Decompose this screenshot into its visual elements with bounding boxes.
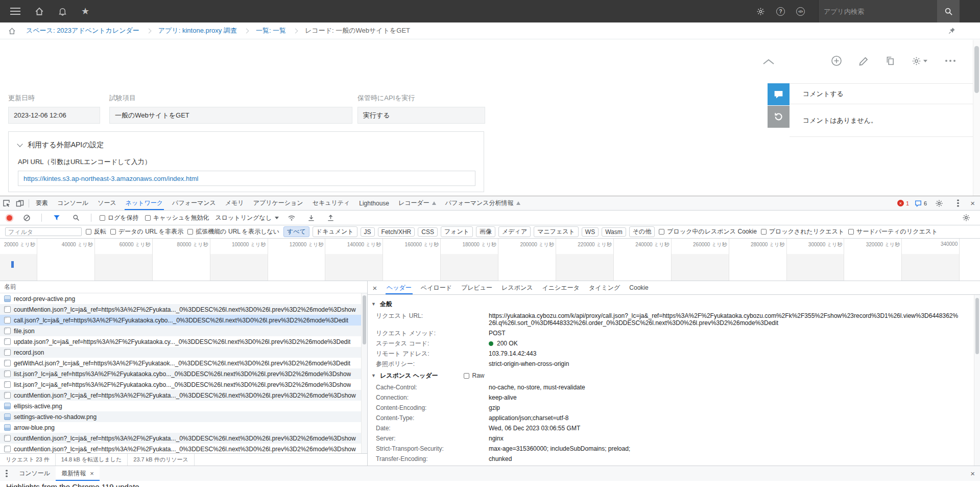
general-section-header[interactable]: ▼ 全般: [368, 297, 980, 311]
drawer-tab[interactable]: 最新情報 ×: [56, 466, 100, 481]
network-request-row[interactable]: record-prev-active.png: [0, 293, 367, 304]
devtools-panel-tab[interactable]: レコーダー: [394, 196, 441, 210]
devtools-panel-tab[interactable]: ソース: [93, 196, 121, 210]
duplicate-record-button[interactable]: [886, 56, 895, 65]
export-har-icon[interactable]: [324, 212, 337, 224]
raw-headers-checkbox[interactable]: Raw: [464, 372, 485, 379]
record-settings-button[interactable]: [912, 56, 927, 66]
network-overview-timeline[interactable]: 20000 ミリ秒 40000 ミリ秒 60000 ミリ秒 80000 ミリ秒 …: [0, 239, 980, 281]
breadcrumb-item[interactable]: 一覧: 一覧: [256, 26, 305, 35]
record-more-button[interactable]: [944, 60, 957, 62]
resource-filter-chip[interactable]: メディア: [498, 226, 531, 237]
network-request-row[interactable]: file.json: [0, 326, 367, 336]
import-har-icon[interactable]: [304, 212, 318, 224]
resource-filter-chip[interactable]: CSS: [418, 227, 438, 237]
resource-filter-chip[interactable]: Fetch/XHR: [378, 227, 415, 237]
response-headers-section-header[interactable]: ▼ レスポンス ヘッダー Raw: [368, 369, 980, 382]
record-network-log-button[interactable]: [7, 215, 12, 221]
preserve-log-checkbox[interactable]: ログを保持: [100, 214, 139, 222]
clear-network-log-icon[interactable]: [20, 212, 33, 224]
devtools-panel-tab[interactable]: セキュリティ: [308, 196, 355, 210]
inspect-element-icon[interactable]: [0, 197, 13, 210]
resource-filter-chip[interactable]: ドキュメント: [313, 226, 357, 237]
scrollbar-thumb[interactable]: [363, 295, 366, 344]
resource-filter-chip[interactable]: すべて: [283, 226, 309, 237]
devtools-panel-tab[interactable]: ネットワーク: [121, 196, 168, 210]
breadcrumb-home-icon[interactable]: [8, 27, 16, 35]
details-tab[interactable]: イニシエータ: [538, 281, 584, 294]
details-tab[interactable]: ヘッダー: [382, 281, 416, 294]
devtools-panel-tab[interactable]: アプリケーション: [249, 196, 308, 210]
details-tab[interactable]: Cookie: [625, 281, 653, 294]
app-search-input[interactable]: [818, 0, 937, 22]
devtools-close-icon[interactable]: ×: [970, 199, 975, 207]
page-scrollbar[interactable]: [973, 40, 980, 196]
developer-code-icon[interactable]: </>: [796, 7, 805, 16]
details-tab[interactable]: レスポンス: [497, 281, 537, 294]
add-record-button[interactable]: [831, 55, 842, 66]
resource-filter-chip[interactable]: フォント: [441, 226, 473, 237]
details-tab[interactable]: ペイロード: [416, 281, 457, 294]
network-request-row[interactable]: settings-active-no-shadow.png: [0, 411, 367, 422]
blocked-response-cookies-checkbox[interactable]: ブロック中のレスポンス Cookie: [659, 227, 757, 236]
devtools-settings-gear-icon[interactable]: [933, 197, 946, 210]
home-icon[interactable]: [35, 7, 44, 16]
network-request-row[interactable]: update.json?_lc=ja&_ref=https%3A%2F%2Fyu…: [0, 336, 367, 347]
resource-filter-chip[interactable]: WS: [582, 227, 599, 237]
network-request-row[interactable]: arrow-blue.png: [0, 422, 367, 433]
hide-extension-urls-checkbox[interactable]: 拡張機能の URL を表示しない: [187, 227, 279, 236]
invert-filter-checkbox[interactable]: 反転: [86, 227, 106, 236]
search-button[interactable]: [937, 0, 960, 22]
group-toggle[interactable]: 利用する外部APIの設定: [9, 132, 484, 150]
breadcrumb-item[interactable]: アプリ: kintone.proxy 調査: [158, 26, 256, 35]
console-error-badge[interactable]: × 1: [897, 200, 909, 206]
api-url-value[interactable]: https://kintes.s3.ap-northeast-3.amazona…: [18, 171, 475, 186]
network-request-row[interactable]: countMention.json?_lc=ja&_ref=https%3A%2…: [0, 304, 367, 315]
network-filter-input[interactable]: [5, 227, 82, 236]
network-request-row[interactable]: countMention.json?_lc=ja&_ref=https%3A%2…: [0, 433, 367, 444]
disable-cache-checkbox[interactable]: キャッシュを無効化: [145, 214, 209, 222]
issues-badge[interactable]: 6: [915, 200, 927, 207]
network-request-row[interactable]: record.json: [0, 347, 367, 358]
network-request-row[interactable]: getWithAcl.json?_lc=ja&_ref=https%3A%2F%…: [0, 358, 367, 368]
network-request-row[interactable]: call.json?_lc=ja&_ref=https%3A%2F%2Fyuka…: [0, 315, 367, 326]
devtools-panel-tab[interactable]: パフォーマンス分析情報: [441, 196, 525, 210]
network-request-row[interactable]: countMention.json?_lc=ja&_ref=https%3A%2…: [0, 390, 367, 401]
drawer-tab[interactable]: コンソール ×: [13, 466, 56, 481]
comment-button[interactable]: [768, 83, 790, 105]
close-drawer-icon[interactable]: ×: [970, 470, 975, 477]
hide-data-urls-checkbox[interactable]: データの URL を非表示: [110, 227, 183, 236]
name-column-header[interactable]: 名前: [0, 281, 367, 293]
settings-gear-icon[interactable]: [756, 7, 765, 16]
details-tab[interactable]: プレビュー: [457, 281, 497, 294]
pin-icon[interactable]: [948, 27, 955, 34]
breadcrumb-item[interactable]: スペース: 2023アドベントカレンダー: [26, 26, 158, 35]
blocked-requests-checkbox[interactable]: ブロックされたリクエスト: [761, 227, 844, 236]
close-details-icon[interactable]: ×: [368, 281, 382, 294]
devtools-panel-tab[interactable]: 要素: [31, 196, 53, 210]
network-conditions-icon[interactable]: [285, 212, 298, 224]
network-settings-gear-icon[interactable]: [960, 212, 973, 224]
network-search-icon[interactable]: [69, 212, 83, 224]
resource-filter-chip[interactable]: その他: [629, 226, 655, 237]
resource-filter-chip[interactable]: マニフェスト: [534, 226, 579, 237]
devtools-panel-tab[interactable]: コンソール: [53, 196, 93, 210]
scrollbar-thumb[interactable]: [975, 298, 979, 354]
drawer-more-icon[interactable]: [0, 466, 13, 481]
resource-filter-chip[interactable]: 画像: [476, 226, 495, 237]
favorites-star-icon[interactable]: ★: [81, 7, 89, 16]
details-tab[interactable]: タイミング: [584, 281, 625, 294]
hamburger-menu-icon[interactable]: [10, 11, 20, 12]
close-tab-icon[interactable]: ×: [90, 470, 94, 477]
throttling-select[interactable]: スロットリングなし: [216, 214, 279, 222]
network-request-row[interactable]: ellipsis-active.png: [0, 401, 367, 411]
help-icon[interactable]: ?: [776, 7, 785, 16]
breadcrumb-item[interactable]: レコード: 一般のWebサイトをGET: [305, 26, 410, 35]
filter-funnel-icon[interactable]: [50, 212, 63, 224]
third-party-requests-checkbox[interactable]: サードパーティのリクエスト: [848, 227, 938, 236]
network-request-row[interactable]: list.json?_lc=ja&_ref=https%3A%2F%2Fyuka…: [0, 379, 367, 390]
device-toolbar-icon[interactable]: [13, 197, 27, 210]
network-request-row[interactable]: list.json?_lc=ja&_ref=https%3A%2F%2Fyuka…: [0, 368, 367, 379]
network-request-row[interactable]: countMention.json?_lc=ja&_ref=https%3A%2…: [0, 444, 367, 453]
devtools-panel-tab[interactable]: Lighthouse: [354, 196, 394, 210]
